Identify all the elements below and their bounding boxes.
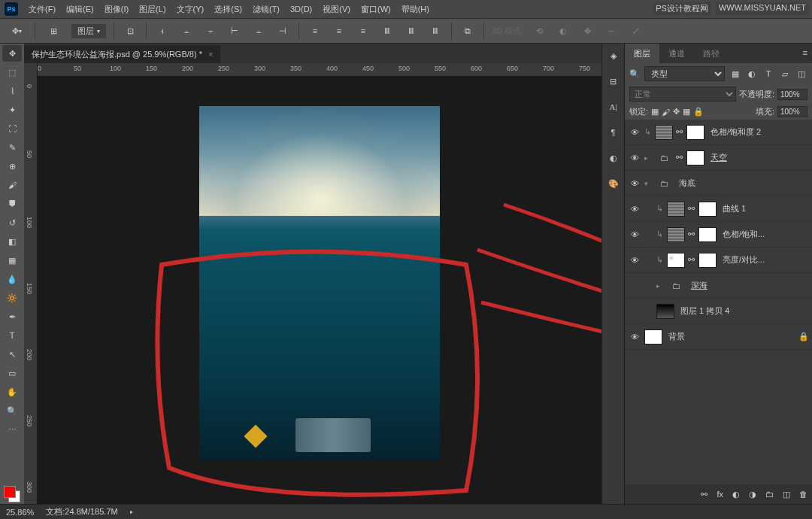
- move-tool-indicator[interactable]: ✥▾: [6, 22, 27, 40]
- mask-icon[interactable]: ◐: [732, 490, 740, 499]
- layer-name[interactable]: 天空: [710, 152, 727, 163]
- lock-all-icon[interactable]: 🔒: [693, 107, 704, 117]
- crop-tool[interactable]: ⛶: [2, 120, 22, 137]
- align-right-icon[interactable]: ⊣: [274, 23, 291, 39]
- layer-row[interactable]: 👁↳☀⚯亮度/对比...: [625, 247, 812, 273]
- doc-size[interactable]: 文档:24.8M/185.7M: [46, 506, 117, 517]
- menu-window[interactable]: 窗口(W): [361, 4, 391, 15]
- align-bottom-icon[interactable]: ⫟: [202, 23, 219, 39]
- zoom-tool[interactable]: 🔍: [2, 402, 22, 419]
- dist-vmid-icon[interactable]: ≡: [331, 23, 347, 39]
- layer-name[interactable]: 色相/饱和度 2: [710, 126, 761, 138]
- swatches-panel-icon[interactable]: 🎨: [606, 176, 621, 191]
- gradient-tool[interactable]: ▦: [2, 252, 22, 269]
- filter-pixel-icon[interactable]: ▦: [729, 68, 741, 80]
- close-tab-icon[interactable]: ×: [208, 50, 213, 59]
- menu-edit[interactable]: 编辑(E): [66, 4, 94, 15]
- lasso-tool[interactable]: ⌇: [2, 83, 22, 99]
- visibility-icon[interactable]: 👁: [628, 230, 641, 239]
- layer-name[interactable]: 图层 1 拷贝 4: [680, 305, 729, 317]
- layer-row[interactable]: 图层 1 拷贝 4: [625, 299, 812, 324]
- path-tool[interactable]: ↖: [2, 346, 22, 363]
- filter-text-icon[interactable]: T: [762, 68, 774, 80]
- properties-panel-icon[interactable]: ⊟: [606, 74, 621, 89]
- layer-row[interactable]: 👁↳⚯色相/饱和...: [625, 222, 812, 247]
- tab-layers[interactable]: 图层: [625, 44, 659, 63]
- layer-row[interactable]: 👁↳⚯曲线 1: [625, 196, 812, 222]
- chevron-right-icon[interactable]: ▸: [644, 154, 652, 162]
- menu-layer[interactable]: 图层(L): [139, 4, 165, 15]
- layer-name[interactable]: 曲线 1: [723, 203, 746, 214]
- layer-row[interactable]: 👁背景🔒: [625, 324, 812, 350]
- opacity-input[interactable]: [777, 89, 807, 100]
- blur-tool[interactable]: 💧: [2, 271, 22, 287]
- align-top-icon[interactable]: ⫞: [154, 23, 171, 39]
- brush-tool[interactable]: 🖌: [2, 177, 22, 193]
- search-icon[interactable]: 🔍: [629, 69, 640, 79]
- layer-row[interactable]: 👁▸🗀⚯天空: [625, 145, 812, 171]
- filter-shape-icon[interactable]: ▱: [779, 68, 791, 80]
- stamp-tool[interactable]: ⛊: [2, 196, 22, 212]
- chevron-right-icon[interactable]: ▸: [656, 282, 664, 290]
- more-tools[interactable]: ⋯: [2, 421, 22, 438]
- zoom-level[interactable]: 25.86%: [6, 508, 34, 517]
- trash-icon[interactable]: 🗑: [799, 490, 807, 499]
- layer-dropdown[interactable]: 图层▾: [71, 24, 106, 38]
- visibility-icon[interactable]: 👁: [628, 153, 641, 162]
- dist-right-icon[interactable]: Ⅲ: [427, 23, 444, 39]
- layer-name[interactable]: 背景: [668, 331, 685, 342]
- menu-image[interactable]: 图像(I): [105, 4, 129, 15]
- tab-channels[interactable]: 通道: [659, 44, 694, 63]
- filter-smart-icon[interactable]: ◫: [795, 68, 807, 80]
- marquee-tool[interactable]: ⬚: [2, 64, 22, 80]
- visibility-icon[interactable]: 👁: [628, 128, 641, 137]
- text-tool[interactable]: T: [2, 327, 22, 344]
- color-panel-icon[interactable]: ◐: [606, 150, 621, 165]
- hand-tool[interactable]: ✋: [2, 384, 22, 400]
- adjustment-icon[interactable]: ◑: [749, 490, 756, 499]
- layer-row[interactable]: ▸🗀深海: [625, 273, 812, 299]
- menu-3d[interactable]: 3D(D): [290, 5, 312, 14]
- layer-name[interactable]: 色相/饱和...: [723, 229, 765, 240]
- visibility-icon[interactable]: 👁: [628, 332, 641, 341]
- transform-controls-icon[interactable]: ⊡: [122, 23, 138, 39]
- layer-name[interactable]: 亮度/对比...: [723, 254, 765, 266]
- new-layer-icon[interactable]: ◫: [783, 490, 790, 499]
- menu-file[interactable]: 文件(F): [29, 4, 56, 15]
- dist-bottom-icon[interactable]: ≡: [355, 23, 371, 39]
- panel-menu-icon[interactable]: ≡: [798, 44, 812, 63]
- canvas[interactable]: [38, 77, 601, 504]
- group-icon[interactable]: 🗀: [765, 490, 774, 499]
- dist-left-icon[interactable]: Ⅲ: [379, 23, 395, 39]
- document-tab[interactable]: 保护生态环境公益海报.psd @ 25.9%(RGB/8) * ×: [24, 45, 220, 63]
- menu-select[interactable]: 选择(S): [214, 4, 242, 15]
- auto-select-icon[interactable]: ⊞: [43, 22, 64, 40]
- color-swatch[interactable]: [2, 484, 22, 504]
- blend-mode-dropdown[interactable]: 正常: [629, 86, 736, 102]
- overlap-icon[interactable]: ⧉: [459, 23, 476, 39]
- heal-tool[interactable]: ⊕: [2, 158, 22, 175]
- character-panel-icon[interactable]: A|: [606, 99, 621, 114]
- wand-tool[interactable]: ✦: [2, 102, 22, 118]
- chevron-down-icon[interactable]: ▾: [644, 180, 652, 187]
- visibility-icon[interactable]: 👁: [628, 205, 641, 214]
- tab-paths[interactable]: 路径: [694, 44, 729, 63]
- fill-input[interactable]: [777, 106, 807, 117]
- eyedropper-tool[interactable]: ✎: [2, 139, 22, 156]
- align-hmid-icon[interactable]: ⫠: [250, 23, 267, 39]
- dist-top-icon[interactable]: ≡: [307, 23, 323, 39]
- lock-pos-icon[interactable]: ✥: [673, 107, 680, 117]
- pen-tool[interactable]: ✒: [2, 308, 22, 325]
- history-brush-tool[interactable]: ↺: [2, 214, 22, 231]
- paragraph-panel-icon[interactable]: ¶: [606, 125, 621, 140]
- align-vmid-icon[interactable]: ⫠: [178, 23, 195, 39]
- menu-filter[interactable]: 滤镜(T): [253, 4, 280, 15]
- link-layers-icon[interactable]: ⚯: [701, 490, 707, 499]
- align-left-icon[interactable]: ⊢: [226, 23, 243, 39]
- history-panel-icon[interactable]: ◈: [606, 48, 621, 63]
- filter-dropdown[interactable]: 类型: [644, 66, 725, 81]
- eraser-tool[interactable]: ◧: [2, 233, 22, 250]
- filter-adj-icon[interactable]: ◐: [746, 68, 758, 80]
- lock-nest-icon[interactable]: ▦: [683, 107, 690, 117]
- menu-type[interactable]: 文字(Y): [177, 4, 205, 15]
